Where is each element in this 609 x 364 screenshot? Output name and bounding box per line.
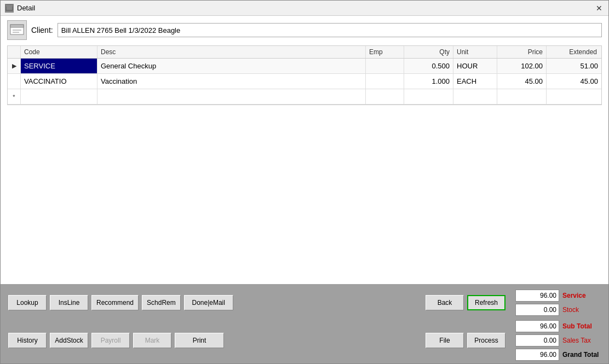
footer: Lookup InsLine Recommend SchdRem Done|eM… [1,284,608,363]
back-button[interactable]: Back [426,295,464,310]
svg-rect-1 [6,5,13,7]
main-window: Detail ✕ Client: Code Desc [0,0,609,364]
client-row: Client: [7,20,602,40]
row1-unit[interactable]: HOUR [453,59,497,73]
row1-emp[interactable] [366,59,404,73]
footer-row-2: History AddStock Payroll Mark Print File… [8,320,601,361]
file-button[interactable]: File [426,333,464,348]
subtotal-label: Sub Total [562,322,601,330]
window-title: Detail [17,4,35,12]
stock-total-label: Stock [562,306,601,314]
salestax-label: Sales Tax [562,337,601,344]
service-total-input [515,290,559,302]
doneemail-button[interactable]: Done|eMail [184,295,233,310]
col-price: Price [497,46,547,58]
row-indicator-new: * [8,89,21,104]
client-icon [7,20,27,40]
table-row[interactable]: ▶ SERVICE General Checkup 0.500 HOUR 102… [8,59,601,74]
total-row-service: Service [515,290,601,302]
table-body: ▶ SERVICE General Checkup 0.500 HOUR 102… [8,59,601,105]
row1-extended[interactable]: 51.00 [547,59,601,73]
row2-qty[interactable]: 1.000 [404,74,453,89]
addstock-button[interactable]: AddStock [50,333,88,348]
recommend-button[interactable]: Recommend [91,295,139,310]
new-code[interactable] [21,89,97,104]
table-row-new[interactable]: * [8,89,601,105]
row1-qty[interactable]: 0.500 [404,59,453,73]
row2-unit[interactable]: EACH [453,74,497,89]
total-row-salestax: Sales Tax [515,334,601,346]
title-bar: Detail ✕ [1,1,608,16]
row2-emp[interactable] [366,74,404,89]
history-button[interactable]: History [8,333,47,348]
insline-button[interactable]: InsLine [50,295,88,310]
client-input[interactable] [58,23,602,37]
close-button[interactable]: ✕ [594,3,604,13]
col-extended: Extended [547,46,601,58]
client-label: Client: [31,26,53,34]
stock-total-input [515,304,559,316]
totals-section-2: Sub Total Sales Tax Grand Total [515,320,601,361]
row1-code[interactable]: SERVICE [21,59,97,73]
new-extended[interactable] [547,89,601,104]
totals-section: Service Stock [515,290,601,316]
col-indicator [8,46,21,58]
row2-extended[interactable]: 45.00 [547,74,601,89]
schdrem-button[interactable]: SchdRem [142,295,181,310]
content-area: Client: Code Desc Emp Qty Unit Price Ext… [1,16,608,284]
new-desc[interactable] [97,89,366,104]
total-row-stock: Stock [515,304,601,316]
footer-row-1: Lookup InsLine Recommend SchdRem Done|eM… [8,290,601,316]
row2-desc[interactable]: Vaccination [97,74,366,89]
row1-desc[interactable]: General Checkup [97,59,366,73]
row2-price[interactable]: 45.00 [497,74,547,89]
refresh-button[interactable]: Refresh [467,295,505,310]
service-total-label: Service [562,292,601,299]
total-row-grandtotal: Grand Total [515,349,601,361]
new-qty[interactable] [404,89,453,104]
row1-price[interactable]: 102.00 [497,59,547,73]
payroll-button[interactable]: Payroll [91,333,130,348]
col-code: Code [21,46,97,58]
table-header: Code Desc Emp Qty Unit Price Extended [8,46,601,59]
print-button[interactable]: Print [175,333,224,348]
col-desc: Desc [97,46,366,58]
mark-button[interactable]: Mark [133,333,171,348]
grandtotal-input [515,349,559,361]
svg-rect-3 [10,25,24,27]
col-emp: Emp [366,46,404,58]
detail-table: Code Desc Emp Qty Unit Price Extended ▶ … [7,45,602,105]
new-emp[interactable] [366,89,404,104]
row2-code[interactable]: VACCINATIO [21,74,97,89]
row-indicator-1: ▶ [8,59,21,73]
grandtotal-label: Grand Total [562,351,601,359]
row-indicator-2 [8,74,21,89]
subtotal-input [515,320,559,332]
salestax-input [515,334,559,346]
table-row[interactable]: VACCINATIO Vaccination 1.000 EACH 45.00 … [8,74,601,89]
lookup-button[interactable]: Lookup [8,295,47,310]
col-qty: Qty [404,46,453,58]
process-button[interactable]: Process [467,333,505,348]
col-unit: Unit [453,46,497,58]
new-unit[interactable] [453,89,497,104]
new-price[interactable] [497,89,547,104]
window-icon [5,4,14,13]
total-row-subtotal: Sub Total [515,320,601,332]
